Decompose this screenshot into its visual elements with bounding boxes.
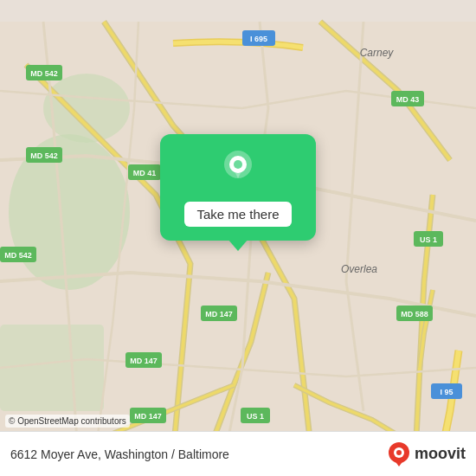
svg-text:MD 43: MD 43 xyxy=(396,95,420,104)
svg-text:I 95: I 95 xyxy=(440,388,453,396)
svg-text:US 1: US 1 xyxy=(420,235,437,244)
svg-marker-38 xyxy=(394,460,404,466)
popup-card: Take me there xyxy=(160,134,316,241)
moovit-logo-text: moovit xyxy=(415,445,466,463)
svg-text:MD 588: MD 588 xyxy=(401,310,428,318)
moovit-logo-icon xyxy=(387,442,411,466)
svg-text:I 695: I 695 xyxy=(250,35,267,43)
osm-attribution: © OpenStreetMap contributors xyxy=(5,415,130,428)
svg-text:MD 542: MD 542 xyxy=(30,151,58,160)
svg-text:Carney: Carney xyxy=(360,47,395,59)
location-pin-icon xyxy=(222,150,254,191)
svg-point-2 xyxy=(43,74,130,143)
bottom-bar: 6612 Moyer Ave, Washington / Baltimore m… xyxy=(0,431,476,476)
svg-text:Overlea: Overlea xyxy=(341,263,377,275)
address-label: 6612 Moyer Ave, Washington / Baltimore xyxy=(10,447,229,461)
moovit-logo: moovit xyxy=(387,442,466,466)
svg-rect-3 xyxy=(0,325,104,411)
svg-text:MD 147: MD 147 xyxy=(130,357,158,365)
svg-text:MD 542: MD 542 xyxy=(4,251,32,260)
svg-text:MD 147: MD 147 xyxy=(205,310,233,318)
svg-text:MD 41: MD 41 xyxy=(133,169,157,177)
svg-point-37 xyxy=(396,450,402,455)
svg-text:US 1: US 1 xyxy=(247,412,264,421)
svg-text:MD 147: MD 147 xyxy=(134,412,162,421)
take-me-there-button[interactable]: Take me there xyxy=(184,202,291,227)
map-container: I 695 MD 542 MD 542 MD 542 MD 41 MD 43 U… xyxy=(0,0,476,476)
svg-text:MD 542: MD 542 xyxy=(30,69,58,78)
